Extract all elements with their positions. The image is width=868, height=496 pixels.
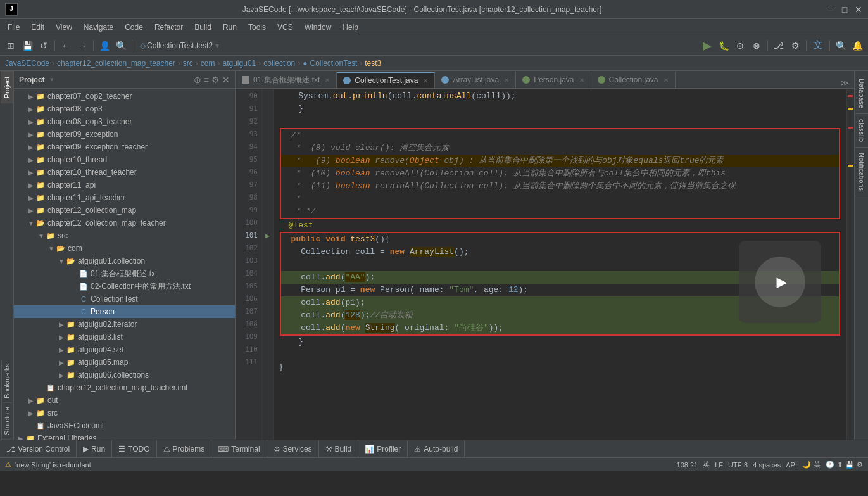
status-lf[interactable]: LF bbox=[715, 461, 723, 469]
toolbar-refresh[interactable]: ↺ bbox=[37, 39, 51, 53]
tab-collection[interactable]: Collection.java ✕ bbox=[591, 72, 676, 88]
tree-item-txt2[interactable]: ▶ 📄 02-Collection中的常用方法.txt bbox=[14, 280, 235, 293]
bottom-terminal[interactable]: ⌨ Terminal bbox=[211, 440, 267, 457]
status-position[interactable]: 108:21 bbox=[677, 461, 698, 469]
tab-collectiontest-close[interactable]: ✕ bbox=[423, 77, 428, 84]
tree-item-src2[interactable]: ▶ 📁 src bbox=[14, 407, 235, 419]
tree-item-chapter10-2[interactable]: ▶ 📁 chapter10_thread_teacher bbox=[14, 166, 235, 179]
menu-tools[interactable]: Tools bbox=[243, 22, 271, 33]
tree-item-chapter10-1[interactable]: ▶ 📁 chapter10_thread bbox=[14, 153, 235, 166]
path-javascode[interactable]: JavaSECode bbox=[5, 59, 49, 68]
translate-button[interactable]: 文 bbox=[810, 39, 826, 52]
panel-dropdown[interactable]: ▾ bbox=[50, 75, 54, 84]
tree-item-chapter11-2[interactable]: ▶ 📁 chapter11_api_teacher bbox=[14, 191, 235, 204]
tab-collectiontest[interactable]: CollectionTest.java ✕ bbox=[337, 72, 435, 88]
toolbar-profile[interactable]: ⊗ bbox=[750, 39, 764, 53]
tree-item-atguigu03[interactable]: ▶ 📁 atguigu03.list bbox=[14, 331, 235, 343]
bottom-problems[interactable]: ⚠ Problems bbox=[157, 440, 212, 457]
tree-item-out[interactable]: ▶ 📁 out bbox=[14, 394, 235, 407]
tree-item-atguigu05[interactable]: ▶ 📁 atguigu05.map bbox=[14, 356, 235, 369]
path-atguigu01[interactable]: atguigu01 bbox=[223, 59, 256, 68]
path-src[interactable]: src bbox=[183, 59, 193, 68]
tab-arraylist-close[interactable]: ✕ bbox=[504, 77, 509, 84]
tree-item-atguigu01[interactable]: ▼ 📂 atguigu01.collection bbox=[14, 255, 235, 267]
menu-code[interactable]: Code bbox=[120, 22, 148, 33]
menu-refactor[interactable]: Refactor bbox=[149, 22, 188, 33]
panel-icon-collapse[interactable]: ≡ bbox=[204, 75, 209, 85]
bottom-autobuild[interactable]: ⚠ Auto-build bbox=[408, 440, 465, 457]
menu-vcs[interactable]: VCS bbox=[272, 22, 298, 33]
tree-item-txt1[interactable]: ▶ 📄 01-集合框架概述.txt bbox=[14, 267, 235, 280]
tree-item-collectiontest[interactable]: ▶ C CollectionTest bbox=[14, 293, 235, 305]
run-indicator[interactable]: ▶ bbox=[265, 229, 270, 242]
status-encoding[interactable]: 英 bbox=[703, 460, 710, 469]
tree-item-src-root[interactable]: ▼ 📁 src bbox=[14, 229, 235, 242]
tab-person[interactable]: Person.java ✕ bbox=[516, 72, 591, 88]
project-tab[interactable]: Project bbox=[1, 71, 13, 103]
toolbar-debug[interactable]: 🐛 bbox=[717, 39, 731, 53]
tree-item-chapter12-2[interactable]: ▼ 📂 chapter12_collection_map_teacher bbox=[14, 217, 235, 229]
code-content[interactable]: System.out.println(coll.containsAll(coll… bbox=[274, 89, 846, 440]
tree-item-javasecode-iml[interactable]: ▶ 📋 JavaSECode.iml bbox=[14, 419, 235, 432]
database-tab[interactable]: Database bbox=[855, 73, 868, 114]
menu-help[interactable]: Help bbox=[337, 22, 363, 33]
tree-item-chapter11-1[interactable]: ▶ 📁 chapter11_api bbox=[14, 179, 235, 191]
tab-txt[interactable]: 01-集合框架概述.txt ✕ bbox=[236, 72, 337, 88]
notifications-tab[interactable]: Notifications bbox=[855, 148, 868, 196]
menu-window[interactable]: Window bbox=[299, 22, 337, 33]
menu-navigate[interactable]: Navigate bbox=[79, 22, 118, 33]
play-button[interactable]: ▶ bbox=[755, 257, 805, 307]
toolbar-user[interactable]: 👤 bbox=[97, 39, 111, 53]
maximize-button[interactable]: □ bbox=[840, 5, 849, 14]
path-collection[interactable]: collection bbox=[263, 59, 295, 68]
path-com[interactable]: com bbox=[201, 59, 215, 68]
bottom-todo[interactable]: ☰ TODO bbox=[112, 440, 156, 457]
path-collectiontest[interactable]: CollectionTest bbox=[310, 59, 358, 68]
menu-view[interactable]: View bbox=[51, 22, 77, 33]
tree-item-chapter07[interactable]: ▶ 📁 chapter07_oop2_teacher bbox=[14, 90, 235, 103]
status-utf8[interactable]: UTF-8 bbox=[728, 461, 748, 469]
tab-txt-close[interactable]: ✕ bbox=[325, 77, 330, 84]
tree-item-chapter08-2[interactable]: ▶ 📁 chapter08_oop3_teacher bbox=[14, 115, 235, 128]
close-button[interactable]: ✕ bbox=[854, 5, 863, 14]
toolbar-forward[interactable]: → bbox=[75, 39, 89, 53]
tree-item-chapter09-1[interactable]: ▶ 📁 chapter09_exception bbox=[14, 128, 235, 141]
tree-item-com[interactable]: ▼ 📂 com bbox=[14, 242, 235, 255]
tab-arraylist[interactable]: ArrayList.java ✕ bbox=[435, 72, 516, 88]
toolbar-coverage[interactable]: ⊙ bbox=[733, 39, 747, 53]
toolbar-vcs[interactable]: ⎇ bbox=[772, 39, 786, 53]
toolbar-back[interactable]: ← bbox=[59, 39, 73, 53]
tree-item-chapter08-1[interactable]: ▶ 📁 chapter08_oop3 bbox=[14, 103, 235, 115]
menu-build[interactable]: Build bbox=[189, 22, 217, 33]
bottom-version-control[interactable]: ⎇ Version Control bbox=[0, 440, 77, 457]
tree-item-atguigu04[interactable]: ▶ 📁 atguigu04.set bbox=[14, 343, 235, 356]
tab-overflow[interactable]: ≫ bbox=[836, 79, 854, 88]
tab-person-close[interactable]: ✕ bbox=[579, 77, 584, 84]
tree-item-atguigu02[interactable]: ▶ 📁 atguigu02.iterator bbox=[14, 318, 235, 331]
bottom-run[interactable]: ▶ Run bbox=[77, 440, 112, 457]
tree-item-external-libs[interactable]: ▶ 📁 External Libraries bbox=[14, 432, 235, 440]
toolbar-search[interactable]: 🔍 bbox=[114, 39, 128, 53]
toolbar-search-everywhere[interactable]: 🔍 bbox=[834, 39, 848, 53]
structure-tab[interactable]: Structure bbox=[1, 403, 12, 440]
path-chapter12[interactable]: chapter12_collection_map_teacher bbox=[57, 59, 175, 68]
toolbar-settings[interactable]: ⚙ bbox=[788, 39, 802, 53]
tree-item-chapter12-1[interactable]: ▶ 📁 chapter12_collection_map bbox=[14, 204, 235, 217]
menu-edit[interactable]: Edit bbox=[26, 22, 49, 33]
bottom-services[interactable]: ⚙ Services bbox=[267, 440, 319, 457]
settings-icon-status[interactable]: ⚙ bbox=[857, 461, 863, 469]
panel-icon-locate[interactable]: ⊕ bbox=[194, 75, 201, 85]
classlib-tab[interactable]: classlib bbox=[855, 114, 868, 148]
bottom-profiler[interactable]: 📊 Profiler bbox=[358, 440, 408, 457]
menu-run[interactable]: Run bbox=[218, 22, 242, 33]
status-indent[interactable]: 4 spaces bbox=[753, 461, 781, 469]
panel-icon-hide[interactable]: ✕ bbox=[222, 75, 230, 85]
toolbar-icon-grid[interactable]: ⊞ bbox=[4, 39, 18, 53]
run-button[interactable]: ▶ bbox=[700, 39, 714, 53]
tab-collection-close[interactable]: ✕ bbox=[664, 77, 669, 84]
toolbar-notifications[interactable]: 🔔 bbox=[850, 39, 864, 53]
bottom-build[interactable]: ⚒ Build bbox=[319, 440, 359, 457]
tree-item-chapter09-2[interactable]: ▶ 📁 chapter09_exception_teacher bbox=[14, 141, 235, 153]
menu-file[interactable]: File bbox=[3, 22, 25, 33]
status-api[interactable]: API bbox=[786, 461, 797, 469]
